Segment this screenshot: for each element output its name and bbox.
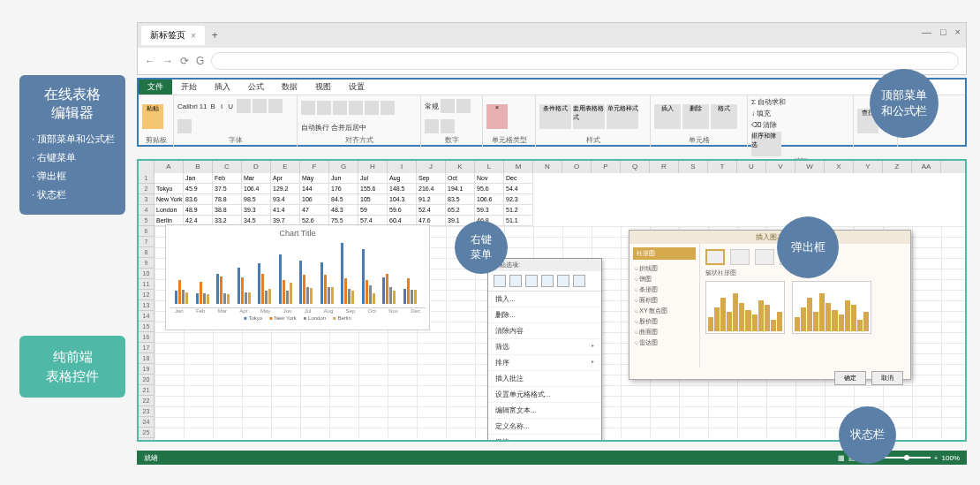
- column-header[interactable]: P: [592, 161, 621, 173]
- cell[interactable]: 59.6: [388, 205, 417, 216]
- cell[interactable]: Mar: [242, 173, 271, 184]
- row-header[interactable]: 16: [139, 332, 155, 343]
- embedded-chart[interactable]: Chart Title JanFebMarAprMayJunJulAugSepO…: [165, 224, 430, 330]
- chart-type-option[interactable]: 饼图: [633, 274, 696, 284]
- column-header[interactable]: C: [213, 161, 242, 173]
- column-header[interactable]: L: [475, 161, 504, 173]
- column-header[interactable]: S: [679, 161, 708, 173]
- cell[interactable]: 48.3: [329, 205, 358, 216]
- align-icon[interactable]: [365, 101, 379, 115]
- row-header[interactable]: 25: [139, 428, 155, 438]
- ribbon-tab-data[interactable]: 数据: [273, 80, 306, 95]
- paste-icon[interactable]: [494, 275, 506, 287]
- cell[interactable]: 78.8: [213, 194, 242, 205]
- row-header[interactable]: 17: [139, 343, 155, 353]
- cell[interactable]: Apr: [271, 173, 300, 184]
- cell[interactable]: 45.9: [184, 184, 213, 194]
- zoom-in-icon[interactable]: +: [934, 454, 939, 462]
- back-icon[interactable]: ←: [145, 55, 155, 67]
- context-menu-item[interactable]: 插入...: [488, 292, 601, 307]
- close-icon[interactable]: ×: [191, 31, 196, 41]
- browser-tab[interactable]: 新标签页 ×: [141, 26, 205, 45]
- cell[interactable]: 106.6: [475, 194, 504, 205]
- column-headers[interactable]: ABCDEFGHIJKLMNOPQRSTUVWXYZAA: [139, 161, 965, 173]
- cell[interactable]: New York: [155, 194, 184, 205]
- cell[interactable]: 83.5: [446, 194, 475, 205]
- paste-icon[interactable]: [525, 275, 538, 287]
- column-header[interactable]: G: [329, 161, 358, 173]
- cell[interactable]: Feb: [213, 173, 242, 184]
- cell[interactable]: 106.4: [242, 184, 271, 194]
- row-header[interactable]: 14: [139, 311, 155, 322]
- number-icon[interactable]: [425, 119, 439, 133]
- chart-type-option[interactable]: XY 散点图: [633, 306, 696, 316]
- align-icon[interactable]: [349, 101, 363, 115]
- row-header[interactable]: 24: [139, 417, 155, 428]
- style-button[interactable]: 套用表格格式: [573, 104, 605, 129]
- delete-celltype-icon[interactable]: ×: [486, 104, 508, 129]
- cell[interactable]: 65.2: [446, 205, 475, 216]
- ribbon-tab-settings[interactable]: 设置: [340, 80, 373, 95]
- row-header[interactable]: 10: [139, 269, 155, 279]
- chart-type-option[interactable]: 股价图: [633, 316, 696, 327]
- context-menu-item[interactable]: 筛选: [488, 339, 601, 355]
- cell[interactable]: Dec: [504, 173, 533, 184]
- cell[interactable]: 105: [358, 194, 388, 205]
- cancel-button[interactable]: 取消: [871, 371, 903, 385]
- ribbon-tab-view[interactable]: 视图: [306, 80, 340, 95]
- row-header[interactable]: 2: [139, 184, 155, 194]
- style-button[interactable]: 条件格式: [539, 104, 571, 129]
- subtype-icon[interactable]: [755, 249, 774, 265]
- cell[interactable]: Jun: [329, 173, 358, 184]
- column-header[interactable]: H: [358, 161, 388, 173]
- column-header[interactable]: W: [795, 161, 825, 173]
- paste-icon[interactable]: [509, 275, 522, 287]
- paste-icon[interactable]: [557, 275, 569, 287]
- merge-button[interactable]: 合并后居中: [331, 123, 366, 133]
- column-header[interactable]: J: [417, 161, 446, 173]
- column-header[interactable]: R: [650, 161, 679, 173]
- cell[interactable]: 83.6: [184, 194, 213, 205]
- row-header[interactable]: 7: [139, 237, 155, 247]
- cell[interactable]: 39.3: [242, 205, 271, 216]
- context-menu-item[interactable]: 链接...: [488, 435, 601, 442]
- cell[interactable]: 54.4: [504, 184, 533, 194]
- cell[interactable]: 47: [300, 205, 329, 216]
- cell[interactable]: Jul: [358, 173, 388, 184]
- preview-1[interactable]: [705, 281, 785, 334]
- row-header[interactable]: 21: [139, 385, 155, 396]
- font-name-select[interactable]: Calibri: [177, 102, 198, 110]
- row-header[interactable]: 13: [139, 300, 155, 311]
- align-icon[interactable]: [301, 101, 315, 115]
- font-icon[interactable]: [177, 119, 192, 133]
- wrap-button[interactable]: 自动换行: [301, 123, 329, 133]
- ribbon-tab-formula[interactable]: 公式: [239, 80, 273, 95]
- cell[interactable]: 93.4: [271, 194, 300, 205]
- number-format-select[interactable]: 常规: [425, 102, 439, 111]
- cell[interactable]: [155, 173, 184, 184]
- edit-button[interactable]: Σ 自动求和: [751, 97, 849, 107]
- cell[interactable]: 216.4: [417, 184, 446, 194]
- paste-icon[interactable]: [541, 275, 554, 287]
- cell[interactable]: Oct: [446, 173, 475, 184]
- cell[interactable]: 106: [300, 194, 329, 205]
- ribbon-tab-home[interactable]: 开始: [172, 80, 206, 95]
- row-header[interactable]: 20: [139, 375, 155, 385]
- cell[interactable]: 51.2: [504, 205, 533, 216]
- font-icon[interactable]: [268, 99, 283, 113]
- cell[interactable]: Tokyo: [155, 184, 184, 194]
- i-button[interactable]: I: [221, 102, 222, 110]
- row-header[interactable]: 4: [139, 205, 155, 216]
- cell[interactable]: 95.6: [475, 184, 504, 194]
- ribbon-tab-insert[interactable]: 插入: [206, 80, 239, 95]
- context-menu-item[interactable]: 清除内容: [488, 323, 601, 339]
- align-icon[interactable]: [381, 101, 395, 115]
- column-header[interactable]: V: [766, 161, 795, 173]
- chart-type-option[interactable]: 面积图: [633, 295, 696, 306]
- column-header[interactable]: N: [533, 161, 562, 173]
- paste-icon[interactable]: 粘贴: [142, 104, 163, 129]
- cell[interactable]: 92.3: [504, 194, 533, 205]
- column-header[interactable]: F: [300, 161, 329, 173]
- number-icon[interactable]: [441, 99, 455, 113]
- cell[interactable]: 59.3: [475, 205, 504, 216]
